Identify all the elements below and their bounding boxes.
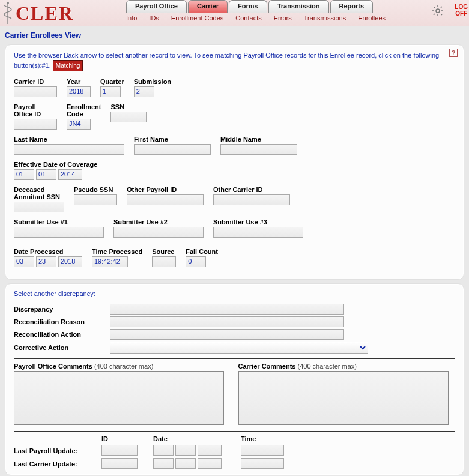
lbl-last-name: Last Name [14,136,124,143]
divider [14,244,455,244]
gear-icon[interactable] [432,5,444,20]
lbl-pseudo-ssn: Pseudo SSN [74,186,117,193]
lbl-first-name: First Name [134,136,211,143]
discrepancy-field[interactable] [110,304,344,315]
lbl-time-proc: Time Processed [92,248,142,255]
subtab-info[interactable]: Info [126,14,137,22]
tab-forms[interactable]: Forms [229,0,267,13]
lp-time-field[interactable] [241,445,284,456]
instruction-text: Use the browser Back arrow to select ano… [14,51,455,71]
first-name-field[interactable] [134,144,211,155]
lp-d3[interactable] [198,445,222,456]
discrepancy-card: Select another discrepancy: Discrepancy … [5,283,464,475]
lbl-sub3: Submitter Use #3 [213,218,303,226]
eff-yyyy-field[interactable]: 2014 [58,169,82,180]
subtab-contacts[interactable]: Contacts [235,14,261,22]
dp-yyyy-field[interactable]: 2018 [58,256,82,267]
last-name-field[interactable] [14,144,124,155]
svg-line-8 [441,7,442,8]
source-field[interactable] [152,256,176,267]
divider [14,431,455,432]
lbl-quarter: Quarter [100,78,124,85]
eff-dd-field[interactable]: 01 [36,169,56,180]
lbl-middle-name: Middle Name [220,136,297,143]
svg-line-7 [441,14,442,15]
dp-mm-field[interactable]: 03 [14,256,34,267]
lbl-date-proc: Date Processed [14,248,82,255]
rec-reason-field[interactable] [110,316,344,327]
subtab-transmissions[interactable]: Transmissions [304,14,346,22]
lc-d1[interactable] [153,458,174,469]
corrective-select[interactable] [110,342,368,354]
divider [14,300,455,300]
logoff-button[interactable]: LOG OFF [455,4,468,17]
main-tabs: Payroll Office Carrier Forms Transmissio… [126,0,374,13]
lbl-carrier-comments: Carrier Comments (400 character max) [238,363,456,370]
tab-reports[interactable]: Reports [330,0,374,13]
deceased-ssn-field[interactable] [14,202,64,212]
subtab-ids[interactable]: IDs [149,14,159,22]
enrollment-code-field[interactable]: JN4 [67,119,91,130]
lc-d3[interactable] [198,458,222,469]
fail-count-field[interactable]: 0 [186,256,206,267]
sub3-field[interactable] [213,227,303,238]
lbl-discrepancy: Discrepancy [14,306,110,313]
help-icon[interactable]: ? [449,49,458,57]
caduceus-icon [2,1,13,25]
subtab-enrollees[interactable]: Enrollees [358,14,386,22]
subtab-errors[interactable]: Errors [274,14,292,22]
lbl-eff-date: Effective Date of Coverage [14,161,97,168]
pseudo-ssn-field[interactable] [74,194,117,205]
submission-field[interactable]: 2 [134,86,154,97]
divider [14,74,455,74]
other-carrier-field[interactable] [213,194,290,205]
middle-name-field[interactable] [220,144,297,155]
lbl-source: Source [152,248,176,255]
app-name: CLER [16,2,74,25]
topbar: CLER Payroll Office Carrier Forms Transm… [0,0,469,26]
tab-payroll-office[interactable]: Payroll Office [126,0,187,13]
matching-button[interactable]: Matching [53,60,83,71]
lp-id-field[interactable] [101,445,138,456]
sub2-field[interactable] [113,227,204,238]
lp-d2[interactable] [175,445,196,456]
carrier-id-field[interactable] [14,86,57,97]
carrier-comments-textarea[interactable] [238,371,449,425]
year-field[interactable]: 2018 [67,86,91,97]
other-payroll-field[interactable] [127,194,204,205]
page-title: Carrier Enrollees View [0,26,469,41]
lbl-rec-action: Reconciliation Action [14,331,110,338]
payroll-office-id-field[interactable] [14,119,57,130]
update-footer: ID Date Time Last Payroll Update: Last C… [14,435,455,469]
lbl-enrollment-code: Enrollment Code [67,103,101,118]
lbl-corrective: Corrective Action [14,344,110,351]
lc-id-field[interactable] [101,458,138,469]
hdr-time: Time [241,435,295,442]
tab-carrier[interactable]: Carrier [188,0,228,13]
lbl-sub2: Submitter Use #2 [113,218,204,226]
rec-action-field[interactable] [110,329,344,340]
time-proc-field[interactable]: 19:42:42 [92,256,128,267]
lbl-ssn: SSN [110,103,147,110]
dp-dd-field[interactable]: 23 [36,256,56,267]
lc-d2[interactable] [175,458,196,469]
lbl-year: Year [67,78,91,85]
ssn-field[interactable] [110,112,147,122]
quarter-field[interactable]: 1 [100,86,121,97]
tab-transmission[interactable]: Transmission [268,0,329,13]
po-comments-textarea[interactable] [14,371,224,425]
lp-d1[interactable] [153,445,174,456]
enrollee-card: ? Use the browser Back arrow to select a… [5,44,464,280]
eff-mm-field[interactable]: 01 [14,169,34,180]
subtab-enrollment-codes[interactable]: Enrollment Codes [171,14,223,22]
lbl-other-payroll: Other Payroll ID [127,186,204,193]
lc-time-field[interactable] [241,458,284,469]
select-discrepancy-link[interactable]: Select another discrepancy: [14,290,95,297]
lbl-last-payroll: Last Payroll Update: [14,446,98,454]
lbl-po-comments: Payroll Office Comments (400 character m… [14,363,231,370]
sub1-field[interactable] [14,227,104,238]
svg-point-0 [7,2,9,4]
hdr-date: Date [153,435,237,442]
lbl-carrier-id: Carrier ID [14,78,57,85]
lbl-last-carrier: Last Carrier Update: [14,459,98,468]
